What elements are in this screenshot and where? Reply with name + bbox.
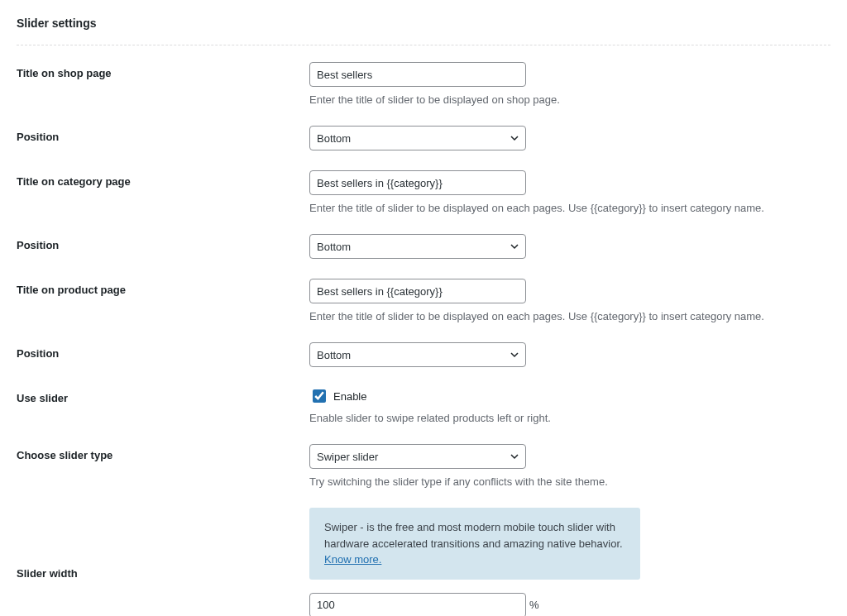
label-position-shop: Position (17, 126, 309, 143)
input-title-product[interactable] (309, 279, 526, 303)
label-position-product: Position (17, 342, 309, 360)
row-slider-type: Choose slider type Swiper slider Try swi… (17, 444, 830, 488)
select-position-shop[interactable]: Bottom (309, 126, 526, 150)
label-title-shop: Title on shop page (17, 62, 309, 79)
row-slider-width: Slider width Swiper - is the free and mo… (17, 508, 830, 616)
input-title-shop[interactable] (309, 62, 526, 87)
swiper-notice: Swiper - is the free and most modern mob… (309, 508, 640, 580)
slider-width-suffix: % (529, 599, 539, 611)
label-title-product: Title on product page (17, 279, 309, 296)
row-title-shop: Title on shop page Enter the title of sl… (17, 62, 830, 106)
input-title-category[interactable] (309, 170, 526, 195)
label-slider-width: Slider width (17, 508, 309, 580)
row-title-category: Title on category page Enter the title o… (17, 170, 830, 214)
row-position-category: Position Bottom (17, 234, 830, 259)
label-title-category: Title on category page (17, 170, 309, 188)
select-position-product[interactable]: Bottom (309, 342, 526, 367)
help-title-category: Enter the title of slider to be displaye… (309, 202, 830, 214)
know-more-link[interactable]: Know more. (324, 553, 381, 566)
label-use-slider: Use slider (17, 387, 309, 404)
help-use-slider: Enable slider to swipe related products … (309, 412, 830, 424)
help-slider-type: Try switching the slider type if any con… (309, 475, 830, 488)
select-position-category[interactable]: Bottom (309, 234, 526, 259)
select-slider-type[interactable]: Swiper slider (309, 444, 526, 469)
checkbox-label-use-slider: Enable (333, 390, 366, 403)
label-position-category: Position (17, 234, 309, 251)
row-position-shop: Position Bottom (17, 126, 830, 150)
row-title-product: Title on product page Enter the title of… (17, 279, 830, 322)
row-use-slider: Use slider Enable Enable slider to swipe… (17, 387, 830, 424)
label-slider-type: Choose slider type (17, 444, 309, 461)
section-title: Slider settings (17, 17, 830, 45)
checkbox-use-slider[interactable] (313, 389, 326, 403)
help-title-shop: Enter the title of slider to be displaye… (309, 93, 830, 106)
input-slider-width[interactable] (309, 593, 526, 617)
row-position-product: Position Bottom (17, 342, 830, 367)
help-title-product: Enter the title of slider to be displaye… (309, 310, 830, 322)
